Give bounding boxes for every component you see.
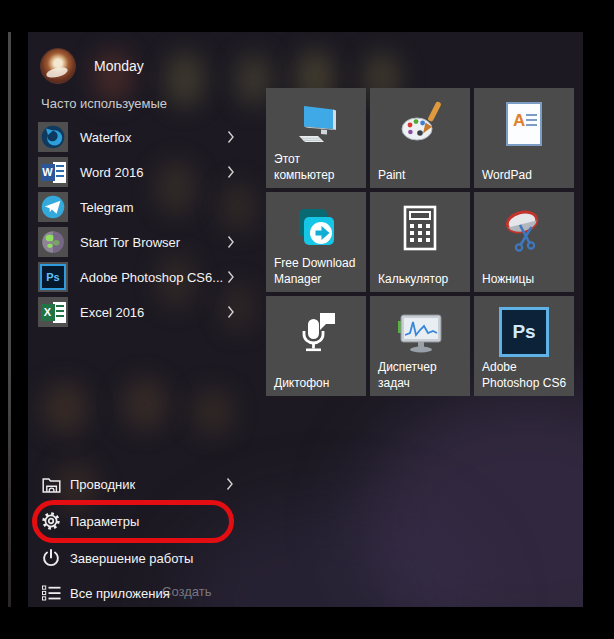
tile-snipping-tool[interactable]: Ножницы [474, 192, 574, 292]
power-icon [41, 548, 61, 568]
chevron-right-icon [227, 130, 235, 144]
footer-item-shutdown[interactable]: Завершение работы [41, 544, 234, 572]
footer-label: Проводник [70, 477, 135, 492]
photoshop-icon [38, 262, 68, 292]
tile-label: Диктофон [274, 376, 362, 392]
tile-task-manager[interactable]: Диспетчер задач [370, 296, 470, 396]
tile-label: Free Download Manager [274, 256, 362, 287]
desktop-create-label: Создать [162, 584, 211, 599]
app-row-start-tor-browser[interactable]: Start Tor Browser [38, 227, 235, 257]
frequent-apps-header: Часто используемые [41, 96, 167, 111]
screen: Monday Часто используемые Waterfox [0, 0, 614, 639]
tile-free-download-manager[interactable]: Free Download Manager [266, 192, 366, 292]
tile-label: Ножницы [482, 272, 570, 288]
tile-label: Диспетчер задач [378, 360, 466, 391]
app-label: Adobe Photoshop CS6... [80, 270, 223, 285]
tile-adobe-photoshop[interactable]: Adobe Photoshop CS6 [474, 296, 574, 396]
app-label: Start Tor Browser [80, 235, 180, 250]
tile-wordpad[interactable]: WordPad [474, 88, 574, 188]
app-row-excel-2016[interactable]: Excel 2016 [38, 297, 235, 327]
all-apps-icon [41, 583, 61, 603]
chevron-right-icon [227, 305, 235, 319]
app-label: Excel 2016 [80, 305, 144, 320]
fdm-icon [266, 192, 366, 264]
telegram-icon [38, 192, 68, 222]
photoshop-icon [474, 296, 574, 368]
chevron-right-icon [227, 165, 235, 179]
screen-edge-strip [8, 32, 11, 607]
wordpad-icon [474, 88, 574, 160]
this-pc-icon [266, 88, 366, 160]
app-label: Word 2016 [80, 165, 143, 180]
voice-recorder-icon [266, 296, 366, 368]
tile-grid: Этот компьютер Paint WordPad Fre [266, 88, 574, 396]
tile-label: Калькулятор [378, 272, 466, 288]
excel-icon [38, 297, 68, 327]
footer-item-explorer[interactable]: Проводник [41, 470, 234, 498]
paint-icon [370, 88, 470, 160]
snipping-tool-icon [474, 192, 574, 264]
chevron-right-icon [227, 270, 235, 284]
user-name: Monday [94, 58, 144, 74]
tile-label: Paint [378, 168, 466, 184]
app-row-telegram[interactable]: Telegram [38, 192, 235, 222]
tor-browser-icon [38, 227, 68, 257]
footer-label: Все приложения [70, 586, 170, 601]
chevron-right-icon [226, 477, 234, 491]
tile-paint[interactable]: Paint [370, 88, 470, 188]
app-label: Waterfox [80, 130, 132, 145]
gear-icon [41, 511, 61, 531]
chevron-right-icon [227, 235, 235, 249]
app-row-adobe-photoshop[interactable]: Adobe Photoshop CS6... [38, 262, 235, 292]
user-avatar[interactable] [40, 48, 76, 84]
user-profile[interactable]: Monday [40, 48, 144, 84]
explorer-folder-icon [41, 474, 61, 494]
waterfox-icon [38, 122, 68, 152]
footer-label: Завершение работы [70, 551, 193, 566]
start-menu-panel: Monday Часто используемые Waterfox [28, 32, 583, 607]
app-label: Telegram [80, 200, 133, 215]
footer-label: Параметры [70, 514, 139, 529]
tile-label: Этот компьютер [274, 152, 362, 183]
tile-this-pc[interactable]: Этот компьютер [266, 88, 366, 188]
frequent-apps-list: Waterfox Word 2016 [38, 122, 235, 332]
tile-label: WordPad [482, 168, 570, 184]
tile-voice-recorder[interactable]: Диктофон [266, 296, 366, 396]
app-row-word-2016[interactable]: Word 2016 [38, 157, 235, 187]
tile-calculator[interactable]: Калькулятор [370, 192, 470, 292]
word-icon [38, 157, 68, 187]
app-row-waterfox[interactable]: Waterfox [38, 122, 235, 152]
calculator-icon [370, 192, 470, 264]
footer-item-settings[interactable]: Параметры [41, 507, 234, 535]
tile-label: Adobe Photoshop CS6 [482, 360, 570, 391]
task-manager-icon [370, 296, 470, 368]
